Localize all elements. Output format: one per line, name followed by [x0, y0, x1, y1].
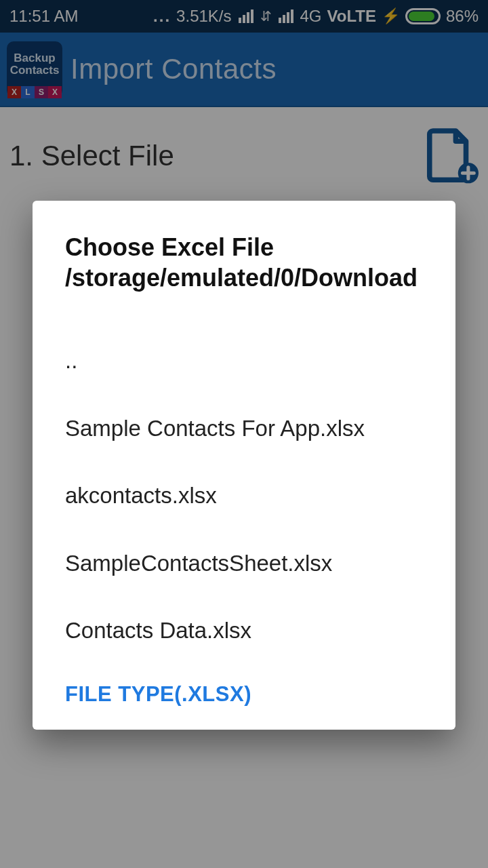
dialog-title-line1: Choose Excel File	[65, 232, 423, 262]
file-type-button[interactable]: FILE TYPE(.XLSX)	[65, 682, 423, 707]
choose-file-dialog: Choose Excel File /storage/emulated/0/Do…	[33, 201, 455, 730]
list-item[interactable]: Contacts Data.xlsx	[65, 597, 423, 665]
dialog-title-path: /storage/emulated/0/Download	[65, 262, 423, 293]
list-item-parent-dir[interactable]: ..	[65, 327, 423, 395]
dialog-title: Choose Excel File /storage/emulated/0/Do…	[65, 232, 423, 293]
list-item[interactable]: SampleContactsSheet.xlsx	[65, 530, 423, 597]
list-item[interactable]: Sample Contacts For App.xlsx	[65, 395, 423, 462]
file-list: .. Sample Contacts For App.xlsx akcontac…	[65, 327, 423, 665]
list-item[interactable]: akcontacts.xlsx	[65, 462, 423, 530]
